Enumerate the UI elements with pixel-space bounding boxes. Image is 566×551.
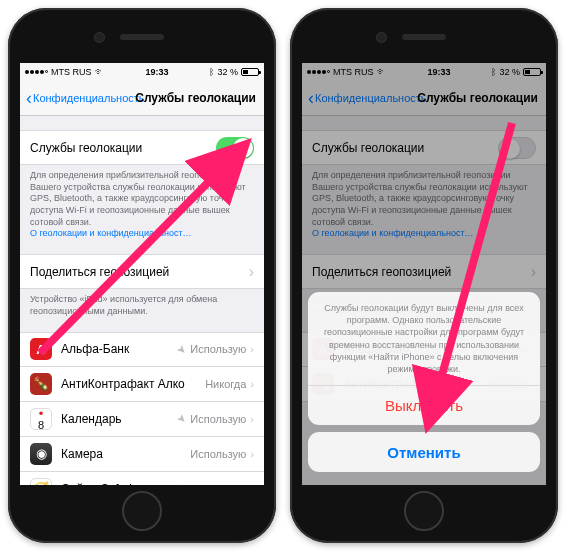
battery-icon xyxy=(241,68,259,76)
signal-icon xyxy=(25,70,48,74)
screen-left: MTS RUS ᯤ 19:33 ᛒ 32 % ‹ Конфиденциально… xyxy=(20,63,264,485)
app-icon: 🍾 xyxy=(30,373,52,395)
app-icon: 🧭 xyxy=(30,478,52,486)
about-privacy-link[interactable]: О геолокации и конфиденциальност… xyxy=(30,228,192,238)
action-sheet: Службы геолокации будут выключены для вс… xyxy=(308,292,540,479)
bluetooth-icon: ᛒ xyxy=(209,67,214,77)
row-location-services: Службы геолокации xyxy=(20,130,264,165)
apps-list: A Альфа-Банк ➤Использую › 🍾 АнтиКонтрафа… xyxy=(20,332,264,486)
app-icon: A xyxy=(30,338,52,360)
list-item[interactable]: 🧭 Сайты Safari ➤Использую › xyxy=(20,472,264,486)
turn-off-button[interactable]: Выключить xyxy=(308,385,540,425)
home-button[interactable] xyxy=(404,491,444,531)
location-footer: Для определения приблизительной геопозиц… xyxy=(20,165,264,240)
app-name: АнтиКонтрафакт Алко xyxy=(61,377,185,391)
home-button[interactable] xyxy=(122,491,162,531)
wifi-icon: ᯤ xyxy=(95,66,105,77)
location-arrow-icon: ➤ xyxy=(174,341,190,357)
phone-right: MTS RUS ᯤ 19:33 ᛒ 32 % ‹ Конфиденциально… xyxy=(290,8,558,543)
chevron-right-icon: › xyxy=(249,263,254,281)
phone-left: MTS RUS ᯤ 19:33 ᛒ 32 % ‹ Конфиденциально… xyxy=(8,8,276,543)
share-label: Поделиться геопозицией xyxy=(30,265,169,279)
app-name: Камера xyxy=(61,447,103,461)
nav-title: Службы геолокации xyxy=(135,91,256,105)
back-button[interactable]: ‹ Конфиденциальность xyxy=(26,89,145,107)
app-name: Сайты Safari xyxy=(61,482,132,486)
location-arrow-icon: ➤ xyxy=(174,481,190,485)
list-item[interactable]: A Альфа-Банк ➤Использую › xyxy=(20,332,264,367)
status-bar: MTS RUS ᯤ 19:33 ᛒ 32 % xyxy=(20,63,264,80)
battery-pct: 32 % xyxy=(217,67,238,77)
cancel-button[interactable]: Отменить xyxy=(308,432,540,472)
app-icon: •8 xyxy=(30,408,52,430)
back-label: Конфиденциальность xyxy=(33,92,145,104)
nav-bar: ‹ Конфиденциальность Службы геолокации xyxy=(20,80,264,116)
clock: 19:33 xyxy=(145,67,168,77)
app-name: Календарь xyxy=(61,412,122,426)
location-services-toggle[interactable] xyxy=(216,137,254,159)
carrier-label: MTS RUS xyxy=(51,67,92,77)
location-services-label: Службы геолокации xyxy=(30,141,142,155)
list-item[interactable]: ◉ Камера Использую › xyxy=(20,437,264,472)
list-item[interactable]: 🍾 АнтиКонтрафакт Алко Никогда › xyxy=(20,367,264,402)
list-item[interactable]: •8 Календарь ➤Использую › xyxy=(20,402,264,437)
sheet-message: Службы геолокации будут выключены для вс… xyxy=(308,292,540,385)
row-share-location[interactable]: Поделиться геопозицией › xyxy=(20,254,264,289)
app-name: Альфа-Банк xyxy=(61,342,129,356)
location-arrow-icon: ➤ xyxy=(174,411,190,427)
chevron-left-icon: ‹ xyxy=(26,89,32,107)
share-footer: Устройство «iPad» используется для обмен… xyxy=(20,289,264,317)
app-icon: ◉ xyxy=(30,443,52,465)
screen-right: MTS RUS ᯤ 19:33 ᛒ 32 % ‹ Конфиденциально… xyxy=(302,63,546,485)
